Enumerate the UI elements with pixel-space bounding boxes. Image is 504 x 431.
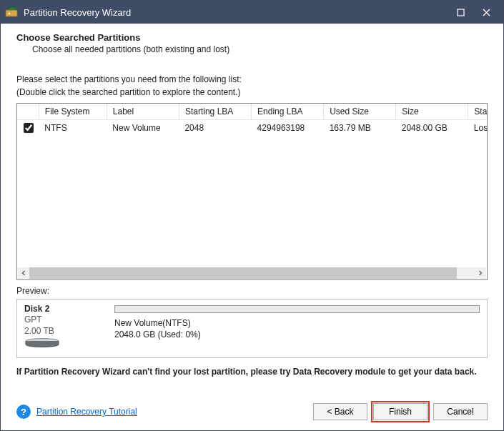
- volume-usage: 2048.0 GB (Used: 0%): [114, 329, 480, 340]
- back-button[interactable]: < Back: [313, 403, 367, 420]
- scroll-thumb[interactable]: [29, 267, 457, 279]
- cell-label: New Volume: [107, 120, 179, 137]
- content-area: Choose Searched Partitions Choose all ne…: [1, 24, 503, 430]
- disk-name: Disk 2: [24, 304, 102, 314]
- instructions-line1: Please select the partitions you need fr…: [16, 73, 488, 86]
- cell-used-size: 163.79 MB: [324, 120, 396, 137]
- volume-info: New Volume(NTFS) 2048.0 GB (Used: 0%): [114, 304, 480, 350]
- col-end-lba[interactable]: Ending LBA: [252, 104, 324, 120]
- cell-end-lba: 4294963198: [252, 120, 324, 137]
- disk-type: GPT: [24, 314, 102, 325]
- preview-label: Preview:: [16, 286, 488, 296]
- svg-point-1: [9, 13, 10, 14]
- scroll-track[interactable]: [29, 267, 475, 279]
- finish-button[interactable]: Finish: [373, 403, 428, 420]
- tutorial-link[interactable]: Partition Recovery Tutorial: [36, 407, 137, 417]
- page-subheading: Choose all needed partitions (both exist…: [16, 43, 488, 54]
- svg-rect-2: [458, 9, 464, 16]
- instructions-line2: (Double click the searched partition to …: [16, 86, 488, 99]
- page-heading: Choose Searched Partitions: [16, 31, 488, 43]
- usage-bar: [114, 305, 480, 313]
- cell-filesystem: NTFS: [39, 120, 107, 137]
- preview-panel: Disk 2 GPT 2.00 TB New Volume(NTFS) 2048…: [16, 299, 488, 358]
- titlebar: Partition Recovery Wizard: [1, 1, 503, 24]
- window: Partition Recovery Wizard Choose Searche…: [0, 0, 504, 431]
- col-filesystem[interactable]: File System: [39, 104, 107, 120]
- row-checkbox[interactable]: [24, 123, 34, 133]
- cancel-button[interactable]: Cancel: [433, 403, 488, 420]
- col-size[interactable]: Size: [396, 104, 468, 120]
- col-start-lba[interactable]: Starting LBA: [179, 104, 251, 120]
- recovery-note: If Partition Recovery Wizard can't find …: [16, 367, 488, 378]
- scroll-right-arrow[interactable]: [475, 267, 486, 279]
- cell-status: Lost/: [468, 120, 488, 137]
- disk-icon: [24, 338, 60, 348]
- close-button[interactable]: [473, 1, 499, 24]
- table-row[interactable]: NTFS New Volume 2048 4294963198 163.79 M…: [17, 120, 488, 137]
- svg-rect-0: [6, 10, 17, 16]
- maximize-button[interactable]: [448, 1, 473, 24]
- disk-info: Disk 2 GPT 2.00 TB: [24, 304, 102, 350]
- footer: ? Partition Recovery Tutorial < Back Fin…: [16, 396, 488, 420]
- partition-table: File System Label Starting LBA Ending LB…: [16, 103, 488, 280]
- instructions: Please select the partitions you need fr…: [16, 73, 488, 99]
- help-icon[interactable]: ?: [16, 405, 31, 419]
- horizontal-scrollbar[interactable]: [18, 267, 486, 279]
- volume-name: New Volume(NTFS): [114, 317, 480, 329]
- cell-size: 2048.00 GB: [396, 120, 468, 137]
- disk-size: 2.00 TB: [24, 325, 102, 337]
- cell-start-lba: 2048: [179, 120, 251, 137]
- table-header-row: File System Label Starting LBA Ending LB…: [17, 104, 488, 120]
- col-used-size[interactable]: Used Size: [324, 104, 396, 120]
- col-label[interactable]: Label: [107, 104, 179, 120]
- app-icon: [5, 6, 18, 19]
- scroll-left-arrow[interactable]: [18, 267, 29, 279]
- col-check[interactable]: [17, 104, 39, 120]
- col-status[interactable]: Statu: [468, 104, 488, 120]
- window-title: Partition Recovery Wizard: [24, 7, 131, 18]
